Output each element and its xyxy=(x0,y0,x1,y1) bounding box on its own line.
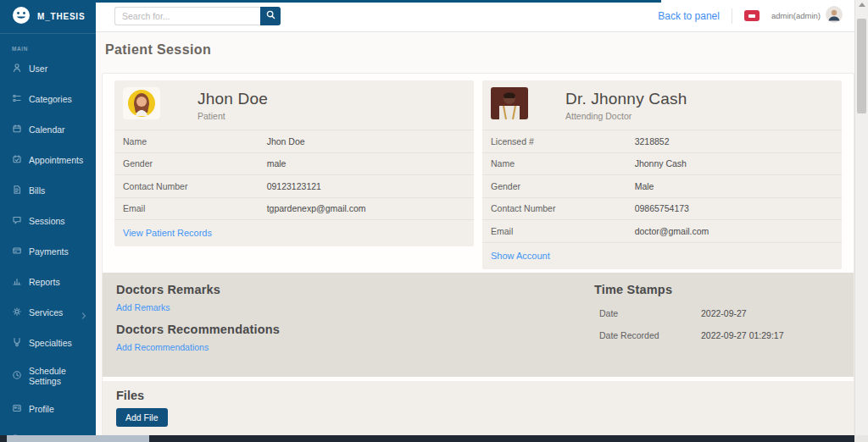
sidebar-item-profile[interactable]: Profile xyxy=(0,394,96,424)
sidebar-item-payments[interactable]: Payments xyxy=(0,236,96,267)
remarks-band: Doctors Remarks Add Remarks Doctors Reco… xyxy=(103,273,854,377)
nav-section-label: MAIN xyxy=(0,34,96,53)
scrollbar-corner xyxy=(854,435,868,442)
row-label: Date xyxy=(599,308,701,318)
search-button[interactable] xyxy=(260,7,281,25)
patient-row-contact: Contact Number 09123123121 xyxy=(114,175,474,198)
row-value: 09123123121 xyxy=(267,181,321,191)
view-patient-records-link[interactable]: View Patient Records xyxy=(114,220,220,246)
row-label: Email xyxy=(123,203,267,213)
add-remarks-link[interactable]: Add Remarks xyxy=(116,302,170,312)
doctor-card: Dr. Jhonny Cash Attending Doctor License… xyxy=(482,80,842,269)
patient-card: Jhon Doe Patient Name Jhon Doe Gender ma… xyxy=(114,80,474,246)
doctor-row-email: Email doctor@gmail.com xyxy=(482,220,842,243)
sessions-icon xyxy=(12,213,22,229)
row-value: 09865754173 xyxy=(635,203,689,213)
doctor-row-name: Name Jhonny Cash xyxy=(482,153,842,176)
sidebar-item-label: Services xyxy=(29,307,63,318)
sidebar-item-sessions[interactable]: Sessions xyxy=(0,206,96,236)
chevron-right-icon xyxy=(81,307,87,323)
bills-icon xyxy=(12,183,22,198)
patient-row-name: Name Jhon Doe xyxy=(114,130,474,153)
user-menu[interactable]: admin(admin) xyxy=(771,6,843,26)
row-value: tgpardenexp@gmail.com xyxy=(267,203,366,213)
patient-role: Patient xyxy=(198,111,268,121)
row-label: Contact Number xyxy=(123,181,267,191)
show-account-link[interactable]: Show Account xyxy=(482,243,559,269)
doctors-recommendations-title: Doctors Recommendations xyxy=(116,323,594,336)
calendar-icon xyxy=(12,122,22,137)
topbar-right: Back to panel admin(admin) xyxy=(658,6,843,26)
sidebar-item-label: Schedule Settings xyxy=(29,366,89,386)
sidebar: M_THESIS MAIN User Categories Calendar A… xyxy=(0,0,96,435)
row-value: Male xyxy=(635,181,654,191)
sidebar-item-bills[interactable]: Bills xyxy=(0,175,96,206)
sidebar-item-label: Categories xyxy=(29,94,72,104)
scroll-up-arrow-icon[interactable] xyxy=(859,3,865,7)
timestamp-row-recorded: Date Recorded 2022-09-27 01:29:17 xyxy=(594,330,838,340)
vertical-scrollbar[interactable] xyxy=(854,0,868,435)
specialties-icon xyxy=(12,335,22,351)
time-stamps-title: Time Stamps xyxy=(594,283,838,296)
horizontal-scrollbar-thumb[interactable] xyxy=(7,435,149,442)
row-value: male xyxy=(267,158,287,169)
sidebar-item-reports[interactable]: Reports xyxy=(0,267,96,297)
horizontal-scrollbar[interactable] xyxy=(0,435,854,442)
reports-icon xyxy=(12,274,22,290)
sidebar-item-appointments[interactable]: Appointments xyxy=(0,145,96,175)
user-icon xyxy=(12,61,22,76)
sidebar-item-specialties[interactable]: Specialties xyxy=(0,328,96,358)
sidebar-item-schedule-settings[interactable]: Schedule Settings xyxy=(0,358,96,394)
sidebar-item-label: Sessions xyxy=(29,216,65,226)
sidebar-item-label: Payments xyxy=(29,246,69,257)
payments-icon xyxy=(12,244,22,259)
patient-session-panel: Jhon Doe Patient Name Jhon Doe Gender ma… xyxy=(102,73,854,435)
doctor-row-contact: Contact Number 09865754173 xyxy=(482,198,842,221)
patient-row-gender: Gender male xyxy=(114,153,474,176)
row-label: Licensed # xyxy=(491,136,635,146)
search-input[interactable] xyxy=(114,7,260,25)
sidebar-item-label: Calendar xyxy=(29,124,65,135)
window-top-edge xyxy=(0,0,661,3)
sidebar-item-label: Specialties xyxy=(29,338,72,348)
sidebar-item-label: Reports xyxy=(29,277,60,287)
topbar: Back to panel admin(admin) xyxy=(96,0,854,32)
clock-icon xyxy=(12,368,22,384)
add-recommendations-link[interactable]: Add Recommendations xyxy=(116,342,209,352)
vertical-scrollbar-thumb[interactable] xyxy=(857,19,866,113)
add-file-button[interactable]: Add File xyxy=(116,408,168,427)
user-avatar xyxy=(826,6,843,26)
sidebar-item-user[interactable]: User xyxy=(0,53,96,84)
sidebar-item-label: Profile xyxy=(29,404,54,414)
remarks-column: Doctors Remarks Add Remarks Doctors Reco… xyxy=(116,283,594,377)
row-value: 3218852 xyxy=(635,136,670,146)
brand[interactable]: M_THESIS xyxy=(0,0,96,34)
app-logo-icon xyxy=(12,6,31,28)
sidebar-item-services[interactable]: Services xyxy=(0,297,96,328)
sidebar-item-label: Bills xyxy=(29,185,45,196)
timestamp-row-date: Date 2022-09-27 xyxy=(594,308,838,318)
sidebar-item-calendar[interactable]: Calendar xyxy=(0,114,96,145)
row-value: 2022-09-27 01:29:17 xyxy=(701,330,784,340)
row-label: Name xyxy=(123,136,267,146)
doctor-name-block: Dr. Jhonny Cash Attending Doctor xyxy=(565,90,687,121)
doctor-row-gender: Gender Male xyxy=(482,175,842,198)
doctor-name: Dr. Jhonny Cash xyxy=(565,90,687,108)
files-section: Files Add File # Label File Name Type De… xyxy=(103,381,854,436)
search-icon xyxy=(266,9,275,22)
sidebar-item-label: User xyxy=(29,64,47,74)
row-label: Gender xyxy=(491,181,635,191)
row-value: 2022-09-27 xyxy=(701,308,747,318)
files-title: Files xyxy=(116,389,840,402)
row-value: Jhon Doe xyxy=(267,136,305,146)
doctors-remarks-title: Doctors Remarks xyxy=(116,283,594,296)
services-gear-icon xyxy=(12,305,22,320)
sidebar-item-categories[interactable]: Categories xyxy=(0,84,96,114)
doctor-avatar xyxy=(491,87,528,123)
back-to-panel-link[interactable]: Back to panel xyxy=(658,10,720,22)
row-value: doctor@gmail.com xyxy=(635,226,709,236)
timestamps-column: Time Stamps Date 2022-09-27 Date Recorde… xyxy=(594,283,838,377)
brand-name: M_THESIS xyxy=(37,12,85,21)
row-label: Gender xyxy=(123,158,267,169)
red-notification-badge-icon[interactable] xyxy=(744,10,760,21)
